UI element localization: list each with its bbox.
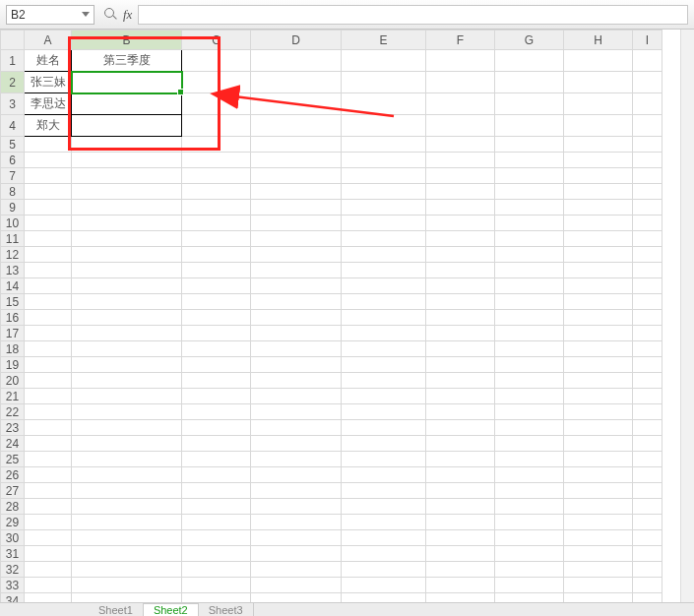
cell[interactable]	[25, 389, 72, 404]
row-header[interactable]: 18	[1, 341, 25, 357]
cell[interactable]	[633, 404, 662, 420]
cell[interactable]	[495, 115, 564, 137]
cell[interactable]	[251, 50, 342, 72]
cell[interactable]	[633, 467, 662, 483]
cell[interactable]	[72, 546, 182, 562]
cell[interactable]	[495, 357, 564, 373]
cell[interactable]	[25, 562, 72, 578]
cell[interactable]	[342, 247, 426, 263]
col-header-F[interactable]: F	[426, 31, 495, 50]
cell[interactable]	[25, 153, 72, 168]
cell[interactable]	[251, 546, 342, 562]
cell[interactable]	[251, 153, 342, 168]
cell[interactable]	[182, 294, 251, 310]
cell[interactable]	[564, 452, 633, 467]
cell[interactable]	[495, 373, 564, 389]
cell[interactable]	[495, 515, 564, 530]
cell[interactable]	[633, 452, 662, 467]
cell[interactable]	[633, 200, 662, 216]
col-header-D[interactable]: D	[251, 31, 342, 50]
cell[interactable]	[182, 168, 251, 184]
cell[interactable]	[495, 389, 564, 404]
row-header[interactable]: 34	[1, 593, 25, 603]
cell[interactable]	[251, 200, 342, 216]
cell[interactable]	[495, 420, 564, 436]
cell[interactable]	[72, 153, 182, 168]
cell[interactable]	[633, 373, 662, 389]
cell[interactable]	[72, 578, 182, 593]
cell[interactable]	[251, 137, 342, 153]
fx-icon[interactable]: fx	[123, 7, 132, 23]
cell[interactable]	[182, 593, 251, 603]
row-header[interactable]: 29	[1, 515, 25, 530]
sheet-tab[interactable]: Sheet2	[144, 603, 199, 617]
cell[interactable]	[564, 389, 633, 404]
cell[interactable]	[182, 515, 251, 530]
col-header-E[interactable]: E	[342, 31, 426, 50]
cell[interactable]	[426, 389, 495, 404]
cell[interactable]	[495, 93, 564, 115]
cell[interactable]	[426, 436, 495, 452]
cell[interactable]	[633, 50, 662, 72]
cell[interactable]	[342, 515, 426, 530]
cell[interactable]	[495, 341, 564, 357]
cell[interactable]	[342, 310, 426, 326]
cell[interactable]	[25, 216, 72, 231]
cell[interactable]	[25, 404, 72, 420]
cell[interactable]	[426, 420, 495, 436]
cell[interactable]	[25, 436, 72, 452]
cell[interactable]	[251, 389, 342, 404]
cell[interactable]	[633, 593, 662, 603]
cell[interactable]	[495, 562, 564, 578]
cell[interactable]	[72, 247, 182, 263]
cell[interactable]	[564, 50, 633, 72]
cell[interactable]	[25, 231, 72, 247]
cell[interactable]	[25, 247, 72, 263]
cell[interactable]	[495, 326, 564, 341]
cell[interactable]	[633, 310, 662, 326]
cell[interactable]	[426, 247, 495, 263]
row-header[interactable]: 19	[1, 357, 25, 373]
cell[interactable]	[495, 546, 564, 562]
cell[interactable]	[564, 404, 633, 420]
row-header[interactable]: 26	[1, 467, 25, 483]
cell[interactable]	[564, 578, 633, 593]
cell[interactable]	[251, 294, 342, 310]
cell[interactable]	[25, 483, 72, 499]
cell[interactable]	[564, 231, 633, 247]
row-header[interactable]: 22	[1, 404, 25, 420]
formula-input[interactable]	[138, 5, 688, 25]
cell[interactable]	[426, 115, 495, 137]
cell[interactable]	[633, 231, 662, 247]
cell[interactable]	[495, 436, 564, 452]
cell[interactable]	[495, 216, 564, 231]
cell[interactable]	[495, 483, 564, 499]
cell[interactable]	[633, 137, 662, 153]
row-header[interactable]: 27	[1, 483, 25, 499]
cell[interactable]	[564, 467, 633, 483]
cell[interactable]	[25, 420, 72, 436]
cell[interactable]	[72, 200, 182, 216]
cell[interactable]	[25, 137, 72, 153]
cell[interactable]	[72, 404, 182, 420]
cell[interactable]	[495, 263, 564, 278]
cell[interactable]	[251, 184, 342, 200]
cell[interactable]	[633, 578, 662, 593]
select-all-corner[interactable]	[1, 31, 25, 50]
cell[interactable]	[495, 278, 564, 294]
cell[interactable]	[564, 373, 633, 389]
cell[interactable]	[426, 93, 495, 115]
cell[interactable]	[72, 357, 182, 373]
cell[interactable]	[633, 247, 662, 263]
cell[interactable]	[564, 483, 633, 499]
cell[interactable]	[182, 341, 251, 357]
cell[interactable]	[251, 326, 342, 341]
cell[interactable]	[633, 436, 662, 452]
cell[interactable]	[495, 200, 564, 216]
cell[interactable]	[72, 593, 182, 603]
cell[interactable]	[633, 278, 662, 294]
cell[interactable]	[25, 200, 72, 216]
cell[interactable]	[495, 294, 564, 310]
cell[interactable]	[633, 515, 662, 530]
row-header[interactable]: 16	[1, 310, 25, 326]
